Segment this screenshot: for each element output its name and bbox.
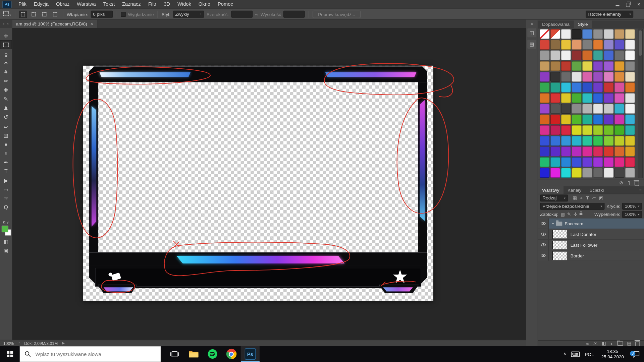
lock-all-icon[interactable] xyxy=(580,213,583,215)
style-swatch[interactable] xyxy=(572,72,581,81)
new-selection-mode-button[interactable] xyxy=(19,10,27,18)
search-input[interactable] xyxy=(35,351,151,357)
filter-smart-objects-icon[interactable]: ◩ xyxy=(599,195,603,200)
style-swatch[interactable] xyxy=(614,168,624,178)
new-style-button[interactable]: ▯ xyxy=(628,180,630,185)
style-swatch[interactable] xyxy=(614,115,624,124)
canvas-area[interactable] xyxy=(12,28,526,340)
style-swatch[interactable] xyxy=(540,168,549,178)
tab--cie-ki[interactable]: Ścieżki xyxy=(585,186,608,194)
menu-tekst[interactable]: Tekst xyxy=(100,0,118,9)
type-tool[interactable]: T xyxy=(0,167,12,176)
style-swatch[interactable] xyxy=(582,29,592,39)
style-swatch[interactable] xyxy=(540,72,549,81)
chrome-button[interactable] xyxy=(222,346,240,362)
style-swatch[interactable] xyxy=(540,40,549,50)
panel-menu-icon[interactable]: ≡ xyxy=(637,186,644,194)
style-swatch[interactable] xyxy=(561,125,571,135)
style-swatch[interactable] xyxy=(614,125,624,135)
style-swatch[interactable] xyxy=(550,157,560,167)
eraser-tool[interactable]: ▱ xyxy=(0,121,12,130)
style-swatch[interactable] xyxy=(540,82,549,92)
menu-pomoc[interactable]: Pomoc xyxy=(214,0,237,9)
style-swatch[interactable] xyxy=(572,146,581,156)
tool-preset[interactable]: ▾ xyxy=(3,11,11,17)
minimize-button[interactable] xyxy=(612,0,623,9)
style-swatch[interactable] xyxy=(561,157,571,167)
style-swatch[interactable] xyxy=(625,51,635,60)
style-swatch[interactable] xyxy=(582,136,592,145)
blend-mode-select[interactable]: Przejście bezpośrednie▾ xyxy=(540,202,604,209)
style-swatch[interactable] xyxy=(582,125,592,135)
style-swatch[interactable] xyxy=(604,104,613,114)
style-swatch[interactable] xyxy=(593,29,603,39)
document-tab[interactable]: am.psd @ 100% (Facecam,RGB/8) × xyxy=(12,20,98,28)
style-swatch[interactable] xyxy=(550,40,560,50)
style-swatch[interactable] xyxy=(625,146,635,156)
healing-brush-tool[interactable]: ✚ xyxy=(0,85,12,95)
style-swatch[interactable] xyxy=(561,136,571,145)
spotify-button[interactable] xyxy=(203,346,222,362)
hand-tool[interactable]: ☞ xyxy=(0,194,12,203)
style-swatch[interactable] xyxy=(572,29,581,39)
style-swatch[interactable] xyxy=(593,51,603,60)
style-swatch[interactable] xyxy=(614,93,624,103)
height-input[interactable] xyxy=(283,11,305,18)
style-swatch[interactable] xyxy=(582,104,592,114)
crop-tool[interactable]: # xyxy=(0,67,12,76)
layer-row-last-follower[interactable]: Last Follower xyxy=(538,240,644,250)
style-swatch[interactable] xyxy=(582,168,592,178)
style-swatch[interactable] xyxy=(614,157,624,167)
style-swatch[interactable] xyxy=(604,125,613,135)
layer-row-facecam[interactable]: ▼Facecam xyxy=(538,218,644,229)
style-swatch[interactable] xyxy=(593,93,603,103)
menu-edycja[interactable]: Edycja xyxy=(30,0,52,9)
lock-transparent-pixels-icon[interactable]: ▨ xyxy=(560,212,565,217)
eyedropper-tool[interactable]: ✏ xyxy=(0,76,12,85)
layer-style-button[interactable]: fx. xyxy=(593,341,598,346)
feather-input[interactable]: 0 piks xyxy=(91,11,113,18)
close-button[interactable]: × xyxy=(633,0,644,9)
style-swatch[interactable] xyxy=(540,93,549,103)
style-swatch[interactable] xyxy=(593,104,603,114)
style-swatch[interactable] xyxy=(540,104,549,114)
style-swatch[interactable] xyxy=(625,93,635,103)
style-swatch[interactable] xyxy=(550,82,560,92)
style-swatch[interactable] xyxy=(550,104,560,114)
style-swatch[interactable] xyxy=(550,146,560,156)
rectangle-tool[interactable]: ▭ xyxy=(0,185,12,194)
new-layer-button[interactable]: ▤ xyxy=(627,341,631,346)
style-swatch[interactable] xyxy=(540,61,549,71)
touch-keyboard-button[interactable] xyxy=(570,350,581,358)
style-swatch[interactable] xyxy=(593,72,603,81)
style-swatch[interactable] xyxy=(625,40,635,50)
style-swatch[interactable] xyxy=(582,82,592,92)
style-swatch[interactable] xyxy=(614,82,624,92)
style-swatch[interactable] xyxy=(572,168,581,178)
lasso-tool[interactable]: ϱ xyxy=(0,49,12,58)
styles-scrollbar[interactable] xyxy=(638,29,643,178)
scrollbar-thumb[interactable] xyxy=(639,31,642,56)
layer-filter-select[interactable]: Rodzaj▾ xyxy=(540,194,568,201)
menu-plik[interactable]: Plik xyxy=(15,0,30,9)
style-swatch[interactable] xyxy=(593,115,603,124)
path-selection-tool[interactable]: ▶ xyxy=(0,176,12,185)
canvas-document[interactable] xyxy=(83,66,433,301)
style-swatch[interactable] xyxy=(582,157,592,167)
screen-mode-button[interactable]: ▣ xyxy=(0,248,12,254)
tab-warstwy[interactable]: Warstwy xyxy=(538,186,564,194)
style-swatch[interactable] xyxy=(625,29,635,39)
style-swatch[interactable] xyxy=(550,168,560,178)
quick-mask-button[interactable]: ◧ xyxy=(0,239,12,245)
link-layers-button[interactable]: ∞ xyxy=(586,341,590,346)
style-swatch[interactable] xyxy=(540,146,549,156)
menu-zaznacz[interactable]: Zaznacz xyxy=(118,0,145,9)
menu-warstwa[interactable]: Warstwa xyxy=(73,0,100,9)
style-swatch[interactable] xyxy=(561,82,571,92)
style-swatch[interactable] xyxy=(550,93,560,103)
style-swatch[interactable] xyxy=(561,61,571,71)
style-swatch[interactable] xyxy=(614,72,624,81)
collapse-caret-icon[interactable]: ▼ xyxy=(551,222,554,225)
blur-tool[interactable]: ● xyxy=(0,139,12,148)
layer-row-last-donator[interactable]: Last Donator xyxy=(538,229,644,240)
